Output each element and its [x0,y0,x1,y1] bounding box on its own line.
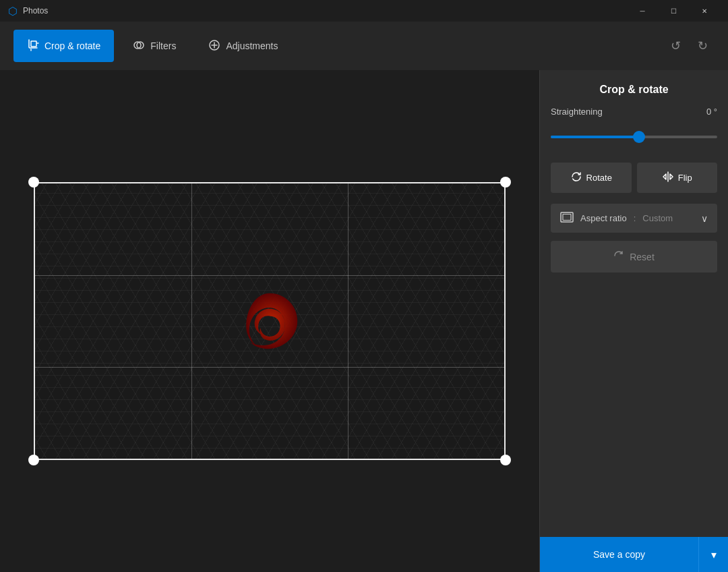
filters-icon [133,39,145,53]
crop-handle-bottom-left[interactable] [28,455,39,465]
slider-thumb[interactable] [633,131,645,143]
crop-handle-bottom-right[interactable] [500,455,511,465]
slider-fill [551,136,639,138]
close-button[interactable]: ✕ [689,0,720,22]
history-controls: ↺ ↻ [663,34,715,58]
adjustments-icon [208,39,220,53]
aspect-ratio-colon: : [634,213,636,223]
adjustments-label: Adjustments [226,40,278,51]
aspect-ratio-left: Aspect ratio : Custom [560,212,673,225]
panel-spacer [540,283,728,537]
rotate-flip-row: Rotate Flip [540,163,728,204]
redo-button[interactable]: ↻ [690,34,715,58]
toolbar: Crop & rotate Filters Adjustments ↺ ↻ [0,22,728,70]
crop-handle-top-left[interactable] [28,177,39,188]
save-copy-button[interactable]: Save a copy [540,537,698,572]
flip-icon [662,171,674,185]
straightening-value: 0 ° [706,107,717,117]
title-bar: ⬡ Photos ─ ☐ ✕ [0,0,728,22]
flip-label: Flip [678,173,692,183]
maximize-button[interactable]: ☐ [658,0,689,22]
image-container [34,182,506,460]
filters-button[interactable]: Filters [119,30,189,62]
crop-icon [27,39,39,53]
panel-title: Crop & rotate [540,70,728,107]
filters-label: Filters [150,40,176,51]
slider-track [551,136,717,138]
aspect-ratio-value: Custom [642,213,673,223]
straightening-section: Straightening 0 ° [540,107,728,163]
window-controls: ─ ☐ ✕ [627,0,720,22]
image-preview [34,182,506,460]
app-title-group: ⬡ Photos [8,5,48,18]
minimize-button[interactable]: ─ [627,0,658,22]
aspect-ratio-chevron-icon: ∨ [701,213,708,224]
undo-button[interactable]: ↺ [663,34,688,58]
straightening-slider-container [551,125,717,152]
canvas-area [0,70,539,572]
app-title: Photos [23,6,48,16]
flip-button[interactable]: Flip [637,163,718,193]
rotate-button[interactable]: Rotate [551,163,632,193]
svg-rect-0 [31,41,36,47]
rotate-label: Rotate [586,173,612,183]
aspect-ratio-prefix: Aspect ratio [580,213,627,223]
debian-logo [233,284,307,358]
aspect-ratio-row[interactable]: Aspect ratio : Custom ∨ [551,204,717,233]
adjustments-button[interactable]: Adjustments [195,30,291,62]
aspect-ratio-icon [560,212,574,225]
reset-icon [613,250,624,263]
save-arrow-button[interactable]: ▾ [698,537,728,572]
crop-rotate-button[interactable]: Crop & rotate [13,30,114,62]
straightening-label-row: Straightening 0 ° [551,107,717,117]
svg-rect-5 [563,214,571,221]
reset-label: Reset [630,252,655,262]
crop-handle-top-right[interactable] [500,177,511,188]
app-icon: ⬡ [8,5,18,18]
main-content: Crop & rotate Straightening 0 ° [0,70,728,572]
straightening-label: Straightening [551,107,603,117]
reset-button[interactable]: Reset [551,241,717,273]
save-footer: Save a copy ▾ [540,537,728,572]
rotate-icon [570,171,582,185]
crop-rotate-label: Crop & rotate [44,40,100,51]
right-panel: Crop & rotate Straightening 0 ° [539,70,728,572]
